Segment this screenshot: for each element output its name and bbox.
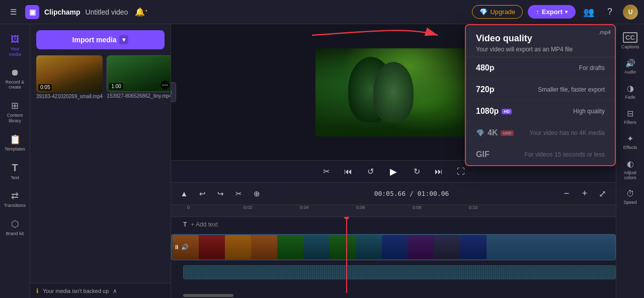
topbar-left: ☰ ▣ Clipchamp Untitled video 🔔● — [6, 5, 147, 19]
redo-button[interactable]: ↪ — [213, 187, 227, 201]
prev-frame-button[interactable]: ⏮ — [341, 165, 355, 179]
more-options-icon[interactable]: ⋯ — [160, 81, 170, 90]
sidebar-item-record-create[interactable]: ⏺ Record &create — [3, 63, 28, 95]
right-sidebar: CC Captions 🔊 Audio ◑ Fade ⊟ Filters ✦ E… — [616, 24, 644, 298]
rewind-button[interactable]: ↺ — [363, 165, 377, 179]
add-text-track-button[interactable]: T + Add text — [171, 217, 616, 232]
sidebar-item-audio[interactable]: 🔊 Audio — [618, 54, 643, 79]
export-dropdown-title: Video quality — [476, 33, 605, 44]
collapse-media-panel-button[interactable]: ‹ — [171, 82, 176, 102]
status-chevron-icon[interactable]: ∧ — [113, 287, 117, 294]
left-sidebar: 🖼 Your media ⏺ Record &create ⊞ Contentl… — [0, 24, 30, 298]
your-media-label: Your media — [5, 46, 26, 57]
zoom-out-button[interactable]: − — [559, 187, 574, 201]
effects-label: Effects — [623, 145, 637, 150]
your-media-icon: 🖼 — [11, 34, 20, 45]
sidebar-item-filters[interactable]: ⊟ Filters — [618, 105, 643, 129]
timeline-tracks: T + Add text ⏸ 🔊 — [171, 217, 616, 293]
sidebar-item-your-media[interactable]: 🖼 Your media — [3, 30, 28, 61]
sidebar-item-adjust-colors[interactable]: ◐ Adjustcolors — [618, 155, 643, 184]
sidebar-item-captions[interactable]: CC Captions — [618, 28, 643, 53]
video-frame — [382, 235, 408, 259]
video-track[interactable]: ⏸ 🔊 — [171, 232, 616, 262]
hd-badge: HD — [502, 109, 512, 114]
list-item: 0:05 39183-421020269_small.mp4 — [36, 55, 103, 103]
sidebar-item-effects[interactable]: ✦ Effects — [618, 130, 643, 154]
quality-1080p-label: 1080p HD — [476, 107, 512, 116]
status-icon: ℹ — [36, 287, 39, 294]
fit-timeline-button[interactable]: ⤢ — [596, 187, 610, 201]
cut-button[interactable]: ✂ — [231, 187, 246, 201]
quality-option-gif[interactable]: GIF For videos 15 seconds or less — [466, 144, 615, 165]
export-chevron-icon: ▾ — [565, 9, 568, 15]
speaker-icon: 🔊 — [181, 244, 189, 251]
export-quality-dropdown: Video quality Your video will export as … — [465, 24, 616, 166]
forward-button[interactable]: ↻ — [410, 165, 424, 179]
sidebar-item-text[interactable]: T Text — [3, 158, 28, 185]
uhd-badge: UHD — [501, 130, 513, 136]
avatar[interactable]: U — [623, 5, 638, 20]
zoom-in-button[interactable]: + — [578, 187, 592, 201]
export-dropdown-subtitle: Your video will export as an MP4 file — [476, 46, 605, 53]
add-text-label: + Add text — [191, 221, 218, 228]
video-frame — [277, 235, 303, 259]
quality-option-720p[interactable]: 720p Smaller file, faster export — [466, 79, 615, 101]
pause-icon: ⏸ — [174, 244, 180, 251]
pause-overlay: ⏸ 🔊 — [174, 244, 189, 251]
timeline-time-display: 00:05.66 / 01:00.06 — [374, 190, 449, 197]
video-frame — [303, 235, 330, 259]
media-grid: 0:05 39183-421020269_small.mp4 1:00 ⋯ 15… — [30, 55, 171, 103]
undo-button[interactable]: ↩ — [195, 187, 209, 201]
quality-720p-desc: Smaller file, faster export — [538, 86, 605, 93]
video-frames — [173, 235, 614, 260]
fullscreen-button[interactable]: ⛶ — [454, 165, 468, 179]
hamburger-button[interactable]: ☰ — [6, 5, 20, 19]
help-button[interactable]: ? — [602, 4, 618, 20]
import-chevron-icon: ▾ — [119, 35, 128, 44]
list-item: 1:00 ⋯ 153927-806526862_tiny.mp4 — [107, 55, 171, 103]
quality-option-480p[interactable]: 480p For drafts — [466, 57, 615, 79]
filters-icon: ⊟ — [627, 109, 633, 118]
video-frame — [330, 235, 356, 259]
timeline-toolbar: ▲ ↩ ↪ ✂ ⊕ 00:05.66 / 01:00.06 − + ⤢ — [171, 183, 616, 205]
gem-icon: 💎 — [476, 129, 485, 137]
app-name: Clipchamp — [44, 8, 80, 16]
media-thumbnail[interactable]: 1:00 ⋯ — [107, 55, 171, 92]
templates-label: Templates — [5, 146, 25, 152]
brand-kit-label: Brand kit — [6, 231, 24, 237]
video-frame — [199, 235, 225, 259]
fade-icon: ◑ — [627, 84, 634, 93]
video-track-bar: ⏸ 🔊 — [171, 234, 616, 260]
project-title[interactable]: Untitled video — [86, 8, 128, 16]
media-thumbnail[interactable]: 0:05 — [36, 55, 103, 93]
import-media-button[interactable]: Import media ▾ — [36, 30, 165, 49]
upgrade-button[interactable]: 💎 Upgrade — [472, 5, 523, 19]
sidebar-item-content-library[interactable]: ⊞ Contentlibrary — [3, 96, 28, 128]
status-text: Your media isn't backed up — [43, 288, 109, 294]
sidebar-item-templates[interactable]: 📋 Templates — [3, 130, 28, 156]
sidebar-item-speed[interactable]: ⏱ Speed — [618, 185, 643, 209]
transitions-icon: ⇄ — [11, 190, 19, 201]
notification-icon[interactable]: 🔔● — [135, 7, 147, 17]
timeline-ruler: 0 0:02 0:04 0:06 0:08 0:10 — [171, 205, 616, 217]
add-media-button[interactable]: ⊕ — [250, 187, 264, 201]
quality-option-1080p[interactable]: 1080p HD High quality — [466, 101, 615, 122]
ruler-mark-4: 0:08 — [413, 205, 422, 210]
next-frame-button[interactable]: ⏭ — [432, 165, 446, 179]
play-button[interactable]: ▶ — [385, 164, 401, 180]
sidebar-item-fade[interactable]: ◑ Fade — [618, 80, 643, 104]
transitions-label: Transitions — [4, 203, 26, 208]
pointer-tool-button[interactable]: ▲ — [177, 187, 191, 201]
people-button[interactable]: 👥 — [581, 4, 597, 20]
video-face-silhouette — [343, 57, 444, 127]
sidebar-item-transitions[interactable]: ⇄ Transitions — [3, 186, 28, 212]
export-button[interactable]: ↑ Export ▾ — [528, 5, 576, 19]
clip-select-button[interactable]: ✂ — [319, 165, 333, 179]
audio-label: Audio — [624, 69, 636, 74]
ruler-mark-2: 0:04 — [300, 205, 309, 210]
quality-option-4k[interactable]: 💎 4K UHD Your video has no 4K media — [466, 122, 615, 144]
audio-icon: 🔊 — [625, 58, 635, 68]
horizontal-scrollbar[interactable] — [171, 293, 616, 298]
timeline-area: ▲ ↩ ↪ ✂ ⊕ 00:05.66 / 01:00.06 − + ⤢ 0 0:… — [171, 182, 616, 293]
sidebar-item-brand-kit[interactable]: ⬡ Brand kit — [3, 214, 28, 241]
